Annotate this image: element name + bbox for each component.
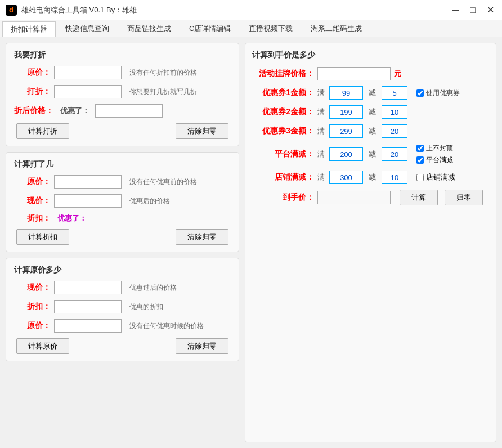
act-price-unit: 元: [394, 69, 401, 79]
right-panel-title: 计算到手价是多少: [252, 50, 489, 60]
s3-yuanjia-hint: 没有任何优惠时候的价格: [129, 321, 204, 331]
coupon3-minus-input[interactable]: [382, 124, 407, 138]
s3-clear-button[interactable]: 清除归零: [176, 338, 228, 354]
use-coupon-check-area: 使用优惠券: [416, 88, 460, 98]
coupon1-minus-input[interactable]: [382, 86, 407, 100]
store-row: 店铺满减： 满 减 店铺满减: [252, 171, 489, 184]
nocap-checkbox[interactable]: [416, 145, 424, 152]
tab-express-query[interactable]: 快递信息查询: [57, 21, 118, 36]
s2-xianjia-input[interactable]: [54, 194, 122, 208]
s3-xianjia-input[interactable]: [54, 281, 122, 294]
window-controls: ─ □ ✕: [450, 5, 496, 15]
main-content: 我要打折 原价： 没有任何折扣前的价格 打折： 你想要打几折就写几折 折后价格：…: [0, 37, 502, 448]
s3-zhekou-label: 折扣：: [14, 302, 51, 312]
s2-youhui-label: 优惠了：: [57, 213, 87, 223]
s2-yuanjia-input[interactable]: [54, 175, 122, 189]
coupon2-man-input[interactable]: [329, 105, 363, 119]
section2-title: 计算打了几: [14, 159, 231, 169]
platform-label: 平台满减：: [252, 149, 314, 159]
tab-cshop-edit[interactable]: C店详情编辑: [181, 21, 239, 36]
platform-check-item: 平台满减: [416, 155, 453, 165]
platform-minus-input[interactable]: [382, 147, 407, 161]
coupon3-row: 优惠券3金额： 满 减: [252, 124, 489, 138]
coupon2-row: 优惠券2金额： 满 减: [252, 105, 489, 119]
act-price-label: 活动挂牌价格：: [252, 69, 314, 79]
s2-calc-button[interactable]: 计算折扣: [16, 229, 69, 245]
coupon3-man-text: 满: [317, 126, 325, 136]
close-button[interactable]: ✕: [485, 5, 496, 15]
menu-bar: 折扣计算器 快递信息查询 商品链接生成 C店详情编辑 直播视频下载 淘系二维码生…: [0, 20, 502, 37]
r-calc-button[interactable]: 计算: [400, 190, 438, 205]
store-minus-input[interactable]: [382, 171, 407, 184]
store-checkbox[interactable]: [416, 174, 424, 181]
s3-yuanjia-label: 原价：: [14, 321, 51, 331]
s3-zhekou-input[interactable]: [54, 300, 122, 313]
store-man-input[interactable]: [329, 171, 363, 184]
title-bar-left: d 雄雄电商综合工具箱 V0.1 By：雄雄: [6, 5, 137, 16]
s2-zhekou-row: 折扣： 优惠了：: [14, 213, 231, 223]
platform-row: 平台满减： 满 减 上不封顶 平台满减: [252, 144, 489, 165]
r-clear-button[interactable]: 归零: [445, 190, 483, 205]
s3-yuanjia-row: 原价： 没有任何优惠时候的价格: [14, 319, 231, 333]
tab-discount-calc[interactable]: 折扣计算器: [2, 21, 56, 37]
nocap-label: 上不封顶: [426, 144, 453, 153]
store-check-label: 店铺满减: [426, 172, 455, 182]
result-input[interactable]: [317, 191, 391, 204]
s1-yuanjia-row: 原价： 没有任何折扣前的价格: [14, 66, 231, 79]
s2-xianjia-label: 现价：: [14, 196, 51, 206]
result-label: 到手价：: [252, 192, 314, 203]
coupon1-label: 优惠券1金额：: [252, 88, 314, 98]
left-panel: 我要打折 原价： 没有任何折扣前的价格 打折： 你想要打几折就写几折 折后价格：…: [6, 43, 239, 442]
s3-calc-button[interactable]: 计算原价: [16, 338, 69, 354]
section1-title: 我要打折: [14, 50, 231, 60]
s1-dazhe-label: 打折：: [14, 87, 51, 97]
maximize-button[interactable]: □: [468, 5, 478, 15]
s1-zhehou-label: 折后价格：: [14, 106, 53, 116]
coupon1-man-input[interactable]: [329, 86, 363, 100]
coupon2-man-text: 满: [317, 107, 325, 117]
s1-youhui-input[interactable]: [95, 104, 163, 118]
platform-jian-text: 减: [369, 149, 376, 159]
s2-yuanjia-label: 原价：: [14, 177, 51, 187]
title-bar: d 雄雄电商综合工具箱 V0.1 By：雄雄 ─ □ ✕: [0, 0, 502, 20]
coupon1-man-text: 满: [317, 88, 325, 98]
coupon2-jian-text: 减: [369, 107, 376, 117]
s3-zhekou-hint: 优惠的折扣: [129, 302, 163, 312]
section-calc-discount: 计算打了几 原价： 没有任何优惠前的价格 现价： 优惠后的价格 折扣： 优惠了：…: [6, 152, 239, 252]
section3-title: 计算原价多少: [14, 265, 231, 275]
s3-yuanjia-input[interactable]: [54, 319, 122, 333]
s3-zhekou-row: 折扣： 优惠的折扣: [14, 300, 231, 313]
s1-yuanjia-input[interactable]: [54, 66, 122, 79]
s2-yuanjia-row: 原价： 没有任何优惠前的价格: [14, 175, 231, 189]
s2-zhekou-label: 折扣：: [14, 213, 51, 223]
section-calc-original: 计算原价多少 现价： 优惠过后的价格 折扣： 优惠的折扣 原价： 没有任何优惠时…: [6, 258, 239, 361]
coupon1-jian-text: 减: [369, 88, 376, 98]
tab-live-download[interactable]: 直播视频下载: [240, 21, 301, 36]
minimize-button[interactable]: ─: [450, 5, 461, 15]
platform-man-input[interactable]: [329, 147, 363, 161]
use-coupon-checkbox[interactable]: [416, 89, 424, 97]
coupon3-label: 优惠券3金额：: [252, 126, 314, 136]
coupon1-row: 优惠券1金额： 满 减 使用优惠券: [252, 86, 489, 100]
platform-checkbox[interactable]: [416, 156, 424, 164]
act-price-row: 活动挂牌价格： 元: [252, 67, 489, 80]
store-jian-text: 减: [369, 172, 376, 182]
s2-clear-button[interactable]: 清除归零: [176, 229, 228, 245]
s1-yuanjia-label: 原价：: [14, 68, 51, 78]
tab-product-link[interactable]: 商品链接生成: [119, 21, 180, 36]
coupon3-man-input[interactable]: [329, 124, 363, 138]
coupon2-minus-input[interactable]: [382, 105, 407, 119]
s1-dazhe-hint: 你想要打几折就写几折: [129, 87, 197, 97]
app-icon: d: [6, 5, 17, 16]
coupon3-jian-text: 减: [369, 126, 376, 136]
s1-calc-button[interactable]: 计算打折: [16, 123, 69, 139]
platform-check-label: 平台满减: [426, 155, 453, 165]
tab-qrcode[interactable]: 淘系二维码生成: [302, 21, 370, 36]
coupon2-label: 优惠券2金额：: [252, 107, 314, 117]
s1-clear-button[interactable]: 清除归零: [176, 123, 228, 139]
act-price-input[interactable]: [317, 67, 391, 80]
s1-dazhe-input[interactable]: [54, 85, 122, 98]
s2-xianjia-row: 现价： 优惠后的价格: [14, 194, 231, 208]
s1-youhui-label: 优惠了：: [60, 106, 89, 116]
nocap-check-item: 上不封顶: [416, 144, 453, 153]
